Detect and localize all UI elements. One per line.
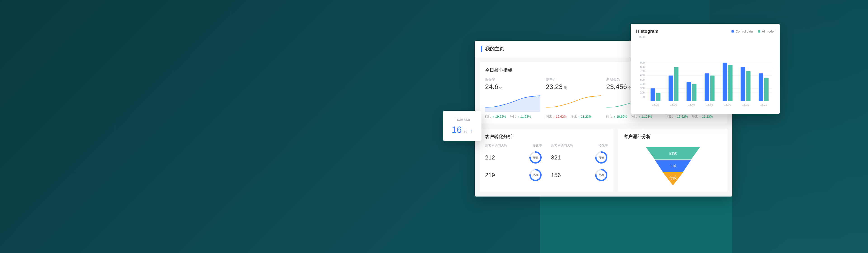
svg-rect-53 (764, 78, 769, 101)
conversion-cell: 32175% (551, 151, 608, 164)
conversion-cell: 21275% (485, 151, 542, 164)
svg-rect-40 (686, 82, 691, 101)
svg-text:700: 700 (640, 70, 645, 73)
svg-text:600: 600 (640, 74, 645, 77)
progress-ring: 75% (595, 168, 608, 182)
sparkline-1 (485, 93, 540, 112)
conversion-cell: 21975% (485, 168, 542, 182)
svg-text:15.30: 15.30 (670, 103, 677, 106)
svg-rect-38 (674, 67, 679, 101)
conversion-cell: 15675% (551, 168, 608, 182)
svg-text:300: 300 (640, 87, 645, 90)
svg-text:16.00: 16.00 (724, 103, 731, 106)
svg-text:16.10: 16.10 (742, 103, 749, 106)
metric-ticket: 客单价 23.23元 (546, 77, 601, 91)
svg-text:16.20: 16.20 (760, 103, 767, 106)
progress-ring: 75% (529, 168, 542, 182)
histogram-legend: Control data AI model (732, 30, 774, 33)
svg-text:900: 900 (640, 61, 645, 64)
compare-cell: 同比↑19.62%环比↑11.23% (485, 115, 540, 119)
histogram-chart: 100200300400500600700800900150015.2015.3… (636, 35, 774, 107)
svg-text:付款: 付款 (669, 176, 677, 180)
funnel-chart: 浏览 下单 付款 (644, 146, 702, 187)
svg-rect-43 (705, 73, 709, 101)
funnel-card: 客户漏斗分析 浏览 下单 付款 (618, 129, 727, 192)
compare-cell: 同比↑19.62%环比↑11.23% (606, 115, 661, 119)
svg-rect-44 (710, 75, 715, 101)
svg-text:下单: 下单 (669, 164, 677, 168)
compare-cell: 同比↑19.62%环比↑11.23% (667, 115, 722, 119)
svg-rect-52 (758, 73, 763, 101)
compare-cell: 同比↓19.62%环比↑11.23% (546, 115, 601, 119)
sparkline-2 (546, 93, 601, 112)
svg-text:15.40: 15.40 (688, 103, 695, 106)
svg-rect-35 (656, 93, 660, 101)
metric-retention: 留存率 24.6% (485, 77, 540, 91)
svg-text:800: 800 (640, 65, 645, 69)
accent-bar (481, 46, 482, 52)
svg-text:400: 400 (640, 83, 645, 86)
svg-rect-34 (651, 88, 655, 101)
progress-ring: 75% (595, 151, 608, 164)
page-title: 我的主页 (485, 45, 504, 52)
svg-text:15.50: 15.50 (706, 103, 713, 106)
svg-text:500: 500 (640, 78, 645, 81)
histogram-card: Histogram Control data AI model 10020030… (631, 24, 780, 114)
svg-rect-37 (669, 75, 673, 101)
svg-rect-50 (746, 71, 750, 101)
svg-text:15.20: 15.20 (652, 103, 659, 106)
svg-rect-46 (723, 63, 727, 101)
svg-text:浏览: 浏览 (669, 152, 677, 156)
svg-text:100: 100 (640, 95, 645, 98)
arrow-up-icon: ↑ (470, 127, 473, 134)
svg-text:1500: 1500 (639, 35, 645, 39)
svg-rect-47 (728, 65, 733, 101)
increase-popout: Increase 16 % ↑ (443, 111, 482, 141)
svg-rect-49 (741, 67, 745, 101)
svg-rect-41 (692, 84, 696, 101)
histogram-title: Histogram (636, 29, 658, 34)
conversion-card: 客户转化分析 新客户访问人数 转化率 新客户访问人数 转化率 21275%321… (480, 129, 613, 192)
svg-text:200: 200 (640, 91, 645, 94)
progress-ring: 75% (529, 151, 542, 164)
